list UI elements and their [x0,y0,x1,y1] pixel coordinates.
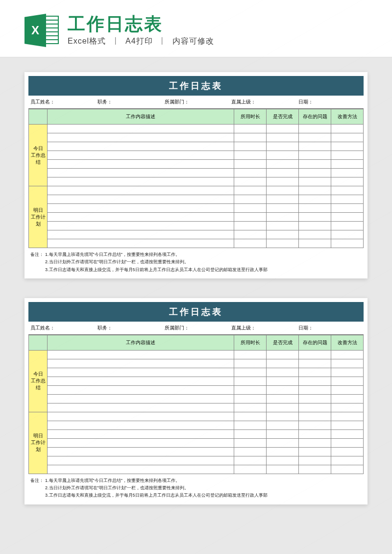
table-cell[interactable] [234,438,267,447]
table-cell[interactable] [331,151,364,160]
table-cell[interactable] [48,465,234,474]
table-cell[interactable] [267,438,299,447]
table-cell[interactable] [48,151,234,160]
table-cell[interactable] [299,412,331,421]
table-cell[interactable] [267,151,299,160]
table-cell[interactable] [48,350,234,359]
table-cell[interactable] [299,204,331,213]
table-cell[interactable] [234,377,267,385]
table-cell[interactable] [234,394,267,403]
table-cell[interactable] [267,385,299,394]
table-cell[interactable] [234,204,267,213]
table-cell[interactable] [48,142,234,151]
table-cell[interactable] [331,438,364,447]
table-cell[interactable] [267,350,299,359]
table-cell[interactable] [299,350,331,359]
table-cell[interactable] [331,412,364,421]
table-cell[interactable] [331,421,364,429]
table-cell[interactable] [267,125,299,133]
table-cell[interactable] [299,169,331,177]
table-cell[interactable] [48,222,234,230]
table-cell[interactable] [48,403,234,412]
table-cell[interactable] [331,142,364,151]
table-cell[interactable] [234,133,267,142]
table-cell[interactable] [299,222,331,230]
table-cell[interactable] [234,429,267,438]
table-cell[interactable] [267,213,299,222]
table-cell[interactable] [267,133,299,142]
table-cell[interactable] [48,412,234,421]
table-cell[interactable] [234,403,267,412]
table-cell[interactable] [48,177,234,186]
table-cell[interactable] [267,177,299,186]
table-cell[interactable] [267,142,299,151]
table-cell[interactable] [234,186,267,195]
table-cell[interactable] [331,230,364,239]
table-cell[interactable] [48,368,234,377]
table-cell[interactable] [299,195,331,204]
table-cell[interactable] [331,429,364,438]
table-cell[interactable] [331,447,364,456]
table-cell[interactable] [48,230,234,239]
table-cell[interactable] [299,213,331,222]
table-cell[interactable] [331,456,364,465]
table-cell[interactable] [48,239,234,248]
table-cell[interactable] [267,195,299,204]
table-cell[interactable] [299,377,331,385]
table-cell[interactable] [299,394,331,403]
table-cell[interactable] [331,394,364,403]
table-cell[interactable] [267,447,299,456]
table-cell[interactable] [234,230,267,239]
table-cell[interactable] [299,142,331,151]
table-cell[interactable] [234,412,267,421]
table-cell[interactable] [267,368,299,377]
table-cell[interactable] [234,421,267,429]
table-cell[interactable] [299,368,331,377]
table-cell[interactable] [234,160,267,169]
table-cell[interactable] [267,403,299,412]
table-cell[interactable] [331,222,364,230]
table-cell[interactable] [48,438,234,447]
table-cell[interactable] [331,195,364,204]
table-cell[interactable] [331,177,364,186]
table-cell[interactable] [234,125,267,133]
table-cell[interactable] [48,160,234,169]
table-cell[interactable] [267,186,299,195]
table-cell[interactable] [299,447,331,456]
table-cell[interactable] [48,125,234,133]
table-cell[interactable] [234,447,267,456]
table-cell[interactable] [267,429,299,438]
table-cell[interactable] [267,160,299,169]
table-cell[interactable] [299,385,331,394]
table-cell[interactable] [48,377,234,385]
table-cell[interactable] [234,177,267,186]
table-cell[interactable] [234,169,267,177]
table-cell[interactable] [299,438,331,447]
table-cell[interactable] [48,169,234,177]
table-cell[interactable] [48,204,234,213]
table-cell[interactable] [331,403,364,412]
table-cell[interactable] [234,465,267,474]
table-cell[interactable] [267,239,299,248]
table-cell[interactable] [234,213,267,222]
table-cell[interactable] [331,160,364,169]
table-cell[interactable] [234,385,267,394]
table-cell[interactable] [299,151,331,160]
table-cell[interactable] [234,350,267,359]
table-cell[interactable] [48,421,234,429]
table-cell[interactable] [331,465,364,474]
table-cell[interactable] [48,213,234,222]
table-cell[interactable] [299,133,331,142]
table-cell[interactable] [331,359,364,368]
table-cell[interactable] [299,359,331,368]
table-cell[interactable] [331,186,364,195]
table-cell[interactable] [267,465,299,474]
table-cell[interactable] [267,204,299,213]
table-cell[interactable] [234,195,267,204]
table-cell[interactable] [331,377,364,385]
table-cell[interactable] [299,239,331,248]
table-cell[interactable] [299,125,331,133]
table-cell[interactable] [299,421,331,429]
table-cell[interactable] [267,222,299,230]
table-cell[interactable] [234,368,267,377]
